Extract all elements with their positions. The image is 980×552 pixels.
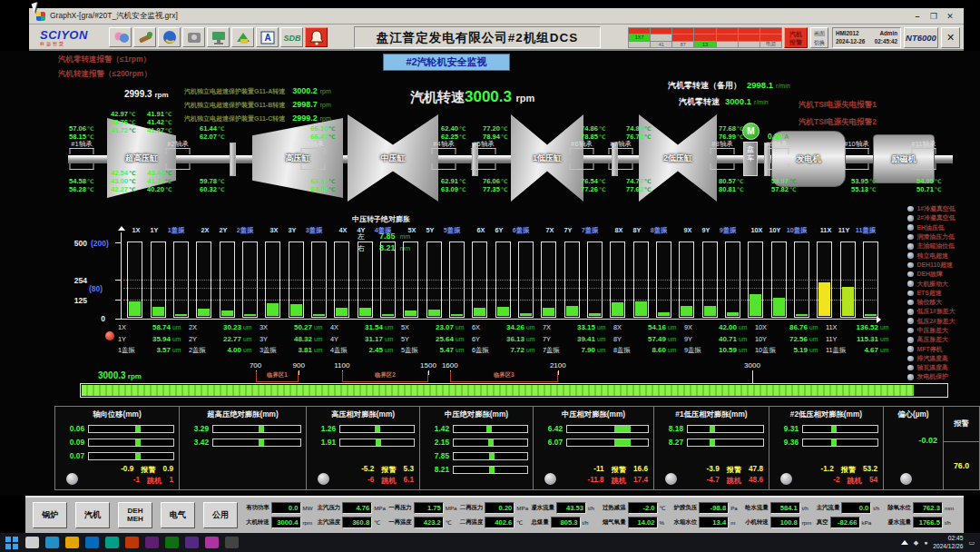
alarm-cell-r1c3[interactable] <box>672 28 693 34</box>
monitor-icon-button[interactable] <box>207 27 230 47</box>
network-icon[interactable]: ◆ <box>914 539 918 547</box>
taskbar-icon-doc[interactable] <box>185 537 199 548</box>
taskbar-icon-mail[interactable] <box>125 537 139 548</box>
alarm-cell-r3c6[interactable] <box>739 42 760 47</box>
trip-low: -6 <box>368 476 374 486</box>
close-button[interactable]: ✕ <box>944 12 956 21</box>
taskbar-icon-task-view[interactable] <box>45 537 59 548</box>
alarm-cell-r2c6[interactable] <box>739 34 760 40</box>
alarm-label: 报警 <box>612 465 626 475</box>
nav-data-label: 主汽温度 <box>318 518 341 527</box>
alarm-cell-r3c4[interactable]: 13 <box>694 42 715 47</box>
alarm-cell-r3c5[interactable] <box>717 42 738 47</box>
eccentric-right: 报警76.0 <box>943 407 979 489</box>
nav-button-DEH-MEH[interactable]: DEH MEH <box>118 502 152 528</box>
alarm-cell-r3c3[interactable]: 87 <box>672 42 693 47</box>
trip-label: 跳机 <box>848 476 862 486</box>
alarm-cell-r1c6[interactable] <box>739 28 760 34</box>
speed-tick-mark <box>752 370 753 383</box>
panel-title: 超高压绝对膨胀(mm) <box>180 407 306 419</box>
alarm-cell-r2c7[interactable] <box>760 34 781 40</box>
taskbar-icon-sheet[interactable] <box>205 537 219 548</box>
gauge-bar <box>566 439 649 447</box>
taskbar-clock[interactable]: 02:45 2024/12/26 <box>933 535 963 549</box>
alarm-bell-button[interactable] <box>305 27 328 47</box>
speed-progress-bar <box>80 383 948 398</box>
alarm-cell-r1c7[interactable] <box>760 28 781 34</box>
tray-expand-icon[interactable] <box>901 540 908 545</box>
trip-limits: -1跳机1 <box>81 476 173 486</box>
book-icon <box>233 28 253 47</box>
nav-data-row-1: 有功功率0.0MW主汽压力4.76MPa一再压力1.75MPa二再压力0.20M… <box>246 502 956 514</box>
notification-icon[interactable]: ▭ <box>968 539 975 547</box>
nav-data-cell: 炉膛负压-98.8Pa <box>674 502 743 514</box>
nav-data-label: 凝水流量 <box>887 518 911 527</box>
users-icon-button[interactable] <box>109 27 132 47</box>
alarm-cell-r3c1[interactable] <box>629 42 650 47</box>
turbine-alarm-button[interactable]: 汽机 报警 <box>784 27 808 48</box>
taskbar-icon-search[interactable] <box>25 537 39 548</box>
alarm-label: 报警 <box>841 465 856 475</box>
taskbar-icon-store[interactable] <box>105 537 119 548</box>
taskbar-icon-edge[interactable] <box>85 537 99 548</box>
panel-indicator-icon <box>665 473 677 485</box>
nav-data-value: 584.1 <box>770 502 800 514</box>
alarm-cell-r2c3[interactable] <box>672 34 693 40</box>
globe-icon-button[interactable] <box>158 27 181 47</box>
sdb-icon-button[interactable]: SDB <box>280 27 303 47</box>
nav-data-value: -2.0 <box>628 502 658 514</box>
alarm-cell-r1c1[interactable] <box>629 28 650 34</box>
gauge-row: 3.42 <box>180 438 306 447</box>
alarm-cell-r1c4[interactable] <box>694 28 715 34</box>
alarm-cell-r1c5[interactable] <box>717 28 738 34</box>
machine-icon-button[interactable] <box>182 27 205 47</box>
alarm-cell-r3c7[interactable]: 电源 <box>760 42 781 47</box>
alarm-cell-r2c2[interactable] <box>651 34 671 40</box>
session-info: HMI2012Admin 2024-12-2602:45:42 <box>832 27 901 48</box>
nav-button-公用[interactable]: 公用 <box>203 502 238 528</box>
nav-button-汽机[interactable]: 汽机 <box>75 502 110 528</box>
nav-data-label: 水箱水位 <box>674 518 698 527</box>
alarm-grid[interactable]: 1X7418713电源 <box>628 27 782 48</box>
gauge-marker <box>135 426 141 432</box>
trip-limits: -6跳机6.1 <box>332 476 414 486</box>
minimize-button[interactable]: – <box>911 12 924 21</box>
gauge-bar <box>88 439 174 447</box>
taskbar-icon-photos[interactable] <box>145 537 159 548</box>
nav-data-value: 0.0 <box>841 502 871 514</box>
volume-icon[interactable]: ● <box>924 539 927 546</box>
alarm-low: -1.2 <box>821 465 834 475</box>
eccentric-left: 偏心(µm)-0.02 <box>884 407 943 489</box>
taskbar-icon-explorer[interactable] <box>65 537 79 548</box>
system-tray: ◆ ● 02:45 2024/12/26 ▭ <box>901 535 975 549</box>
alarm-cell-r2c4[interactable] <box>694 34 715 40</box>
restore-button[interactable]: ❐ <box>927 12 940 21</box>
taskbar-icon-settings[interactable] <box>165 537 179 548</box>
nav-data-unit: mm <box>945 505 954 511</box>
tools-icon-button[interactable] <box>133 27 156 47</box>
alarm-cell-r2c1[interactable]: 1X7 <box>629 34 650 40</box>
nav-button-电气[interactable]: 电气 <box>161 502 195 528</box>
view-toggle-button[interactable]: 画面 切换 <box>810 27 828 48</box>
gauge-value: 6.07 <box>538 438 563 447</box>
font-icon-button[interactable]: A <box>256 27 279 47</box>
nav-data-label: 真空 <box>817 518 828 527</box>
alarm-cell-r3c2[interactable]: 41 <box>651 42 671 47</box>
book-icon-button[interactable] <box>231 27 254 47</box>
gauge-value: 8.27 <box>659 438 683 447</box>
taskbar-icon-media[interactable] <box>225 537 239 548</box>
start-button[interactable] <box>5 537 19 548</box>
close-graphic-button[interactable]: ✕ <box>941 27 960 48</box>
speed-tick-1100: 1100 <box>334 361 349 370</box>
nav-data-cell: 主汽温度360.8℃ <box>318 517 387 528</box>
gauge-bar <box>212 439 301 447</box>
gauge-marker <box>486 426 492 432</box>
panel-indicator-icon <box>780 473 792 485</box>
alarm-cell-r1c2[interactable] <box>651 28 671 34</box>
alarm-bell-icon <box>309 29 325 45</box>
trip-low: -4.7 <box>707 476 720 486</box>
alarm-cell-r2c5[interactable] <box>717 34 738 40</box>
nav-button-锅炉[interactable]: 锅炉 <box>33 502 67 528</box>
panel-6: #1低压相对膨胀(mm)8.188.27-3.9报警47.8-4.7跳机48.6 <box>653 406 769 490</box>
speedbar-value: 3000.3 rpm <box>98 366 142 382</box>
